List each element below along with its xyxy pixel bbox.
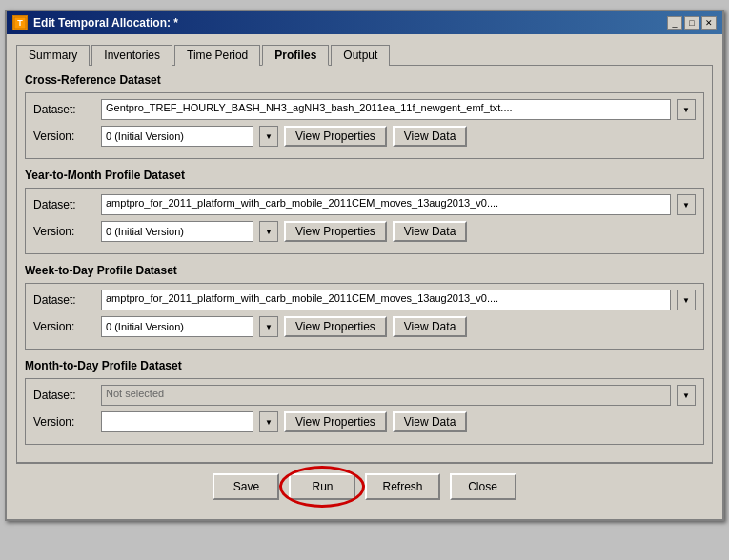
month-to-day-inner: Dataset: Not selected ▼ Version: ▼ View … [25, 378, 704, 445]
year-to-month-dataset-row: Dataset: amptpro_for_2011_platform_with_… [33, 194, 696, 215]
window-title: Edit Temporal Allocation: * [33, 16, 178, 30]
week-to-day-version-label: Version: [33, 320, 95, 333]
window-icon: T [12, 15, 28, 30]
tab-bar: Summary Inventories Time Period Profiles… [12, 40, 717, 65]
week-to-day-view-properties-button[interactable]: View Properties [284, 316, 387, 337]
week-to-day-view-data-button[interactable]: View Data [393, 316, 467, 337]
month-to-day-title: Month-to-Day Profile Dataset [25, 359, 704, 372]
month-to-day-dataset-row: Dataset: Not selected ▼ [33, 385, 696, 406]
week-to-day-section: Week-to-Day Profile Dataset Dataset: amp… [25, 264, 704, 350]
month-to-day-dataset-dropdown[interactable]: ▼ [677, 385, 696, 406]
cross-reference-dataset-row: Dataset: Gentpro_TREF_HOURLY_BASH_NH3_ag… [33, 99, 696, 120]
month-to-day-dataset-input[interactable]: Not selected [101, 385, 671, 406]
week-to-day-dataset-input[interactable]: amptpro_for_2011_platform_with_carb_mobi… [101, 290, 671, 310]
cross-reference-dataset-label: Dataset: [33, 103, 95, 116]
year-to-month-view-data-button[interactable]: View Data [393, 221, 467, 242]
title-bar-left: T Edit Temporal Allocation: * [12, 15, 178, 30]
year-to-month-title: Year-to-Month Profile Dataset [25, 169, 704, 182]
tab-time-period[interactable]: Time Period [174, 45, 260, 66]
cross-reference-view-properties-button[interactable]: View Properties [284, 126, 387, 147]
close-window-button[interactable]: ✕ [701, 16, 717, 30]
year-to-month-dataset-input[interactable]: amptpro_for_2011_platform_with_carb_mobi… [101, 194, 671, 215]
tab-output[interactable]: Output [331, 45, 390, 66]
tab-profiles[interactable]: Profiles [262, 45, 329, 66]
year-to-month-version-label: Version: [33, 225, 95, 238]
year-to-month-version-row: Version: 0 (Initial Version) ▼ View Prop… [33, 221, 696, 242]
week-to-day-inner: Dataset: amptpro_for_2011_platform_with_… [25, 283, 704, 350]
month-to-day-dataset-label: Dataset: [33, 389, 95, 402]
svg-text:T: T [17, 18, 23, 28]
month-to-day-view-data-button[interactable]: View Data [393, 411, 467, 432]
cross-reference-version-dropdown[interactable]: ▼ [259, 126, 278, 147]
week-to-day-version-row: Version: 0 (Initial Version) ▼ View Prop… [33, 316, 696, 337]
run-button-wrapper: Run [289, 473, 355, 500]
year-to-month-section: Year-to-Month Profile Dataset Dataset: a… [25, 169, 704, 254]
cross-reference-section: Cross-Reference Dataset Dataset: Gentpro… [25, 73, 704, 159]
bottom-button-bar: Save Run Refresh Close [16, 463, 713, 510]
month-to-day-version-dropdown[interactable]: ▼ [259, 411, 278, 432]
title-buttons: _ □ ✕ [667, 16, 717, 30]
cross-reference-dataset-input[interactable]: Gentpro_TREF_HOURLY_BASH_NH3_agNH3_bash_… [101, 99, 671, 120]
cross-reference-inner: Dataset: Gentpro_TREF_HOURLY_BASH_NH3_ag… [25, 92, 704, 159]
cross-reference-version-row: Version: 0 (Initial Version) ▼ View Prop… [33, 126, 696, 147]
cross-reference-title: Cross-Reference Dataset [25, 73, 704, 87]
month-to-day-version-label: Version: [33, 415, 95, 429]
year-to-month-dataset-dropdown[interactable]: ▼ [677, 194, 696, 215]
month-to-day-version-row: Version: ▼ View Properties View Data [33, 411, 696, 432]
week-to-day-dataset-label: Dataset: [33, 293, 95, 307]
minimize-button[interactable]: _ [667, 16, 682, 30]
save-button[interactable]: Save [213, 473, 279, 500]
month-to-day-view-properties-button[interactable]: View Properties [284, 411, 387, 432]
tab-inventories[interactable]: Inventories [91, 45, 172, 66]
run-button[interactable]: Run [289, 473, 355, 500]
refresh-button[interactable]: Refresh [365, 473, 439, 500]
year-to-month-view-properties-button[interactable]: View Properties [284, 221, 387, 242]
year-to-month-version-dropdown[interactable]: ▼ [259, 221, 278, 242]
week-to-day-dataset-dropdown[interactable]: ▼ [677, 290, 696, 310]
restore-button[interactable]: □ [684, 16, 699, 30]
year-to-month-version-input[interactable]: 0 (Initial Version) [101, 221, 253, 242]
profiles-tab-content: Cross-Reference Dataset Dataset: Gentpro… [16, 65, 713, 463]
week-to-day-version-input[interactable]: 0 (Initial Version) [101, 316, 253, 337]
close-button[interactable]: Close [450, 473, 516, 500]
month-to-day-section: Month-to-Day Profile Dataset Dataset: No… [25, 359, 704, 445]
week-to-day-title: Week-to-Day Profile Dataset [25, 264, 704, 277]
main-window: T Edit Temporal Allocation: * _ □ ✕ Summ… [5, 10, 724, 521]
year-to-month-dataset-label: Dataset: [33, 198, 95, 211]
week-to-day-version-dropdown[interactable]: ▼ [259, 316, 278, 337]
cross-reference-version-label: Version: [33, 130, 95, 143]
title-bar: T Edit Temporal Allocation: * _ □ ✕ [7, 11, 722, 34]
cross-reference-view-data-button[interactable]: View Data [393, 126, 467, 147]
week-to-day-dataset-row: Dataset: amptpro_for_2011_platform_with_… [33, 290, 696, 310]
content-area: Summary Inventories Time Period Profiles… [7, 34, 722, 519]
cross-reference-version-input[interactable]: 0 (Initial Version) [101, 126, 253, 147]
year-to-month-inner: Dataset: amptpro_for_2011_platform_with_… [25, 188, 704, 254]
month-to-day-version-input[interactable] [101, 411, 253, 432]
tab-summary[interactable]: Summary [16, 45, 90, 66]
cross-reference-dataset-dropdown[interactable]: ▼ [677, 99, 696, 120]
